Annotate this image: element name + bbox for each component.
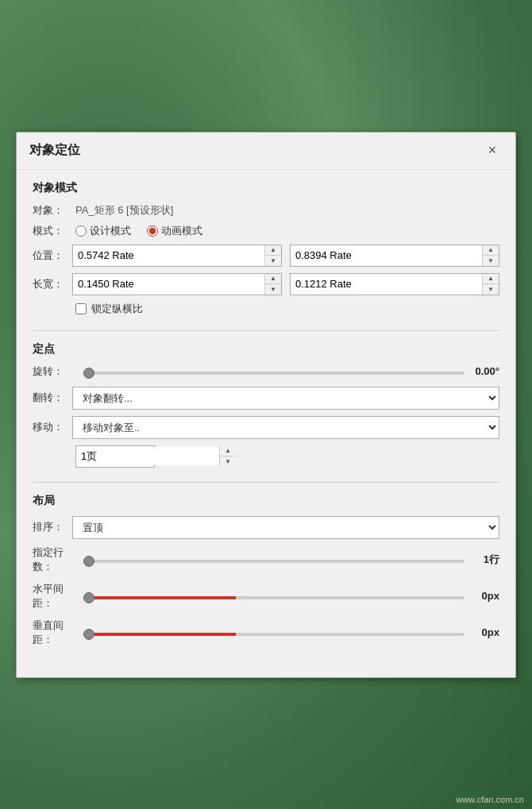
position-spinners: ▲ ▼ ▲ ▼ [72, 245, 499, 267]
page-input[interactable] [76, 447, 219, 465]
order-select-wrap: 置顶 [72, 516, 499, 539]
rotate-slider[interactable] [83, 372, 465, 375]
position-x-arrows: ▲ ▼ [264, 245, 281, 266]
position-x-spinner: ▲ ▼ [72, 245, 282, 267]
rows-value: 1行 [468, 553, 499, 567]
section-object-mode-title: 对象模式 [33, 181, 499, 195]
page-arrows: ▲ ▼ [219, 446, 236, 467]
position-x-up[interactable]: ▲ [265, 245, 281, 256]
move-select-wrap: 移动对象至.. [72, 416, 499, 439]
position-x-down[interactable]: ▼ [265, 256, 281, 266]
divider-2 [33, 482, 499, 483]
vgap-row: 垂直间距： 0px [33, 618, 499, 647]
dialog-content: 对象模式 对象： PA_矩形 6 [预设形状] 模式： 设计模式 动画模式 [17, 170, 515, 677]
rotate-slider-wrap [80, 365, 468, 377]
move-label: 移动： [33, 420, 72, 434]
rows-row: 指定行数： 1行 [33, 545, 499, 574]
section-anchor: 定点 旋转： 0.00° 翻转： 对象翻转... 移动： [33, 342, 499, 468]
animation-mode-text: 动画模式 [161, 224, 202, 238]
object-row: 对象： PA_矩形 6 [预设形状] [33, 203, 499, 218]
position-label: 位置： [33, 248, 72, 263]
size-h-input[interactable] [291, 275, 482, 293]
flip-select-wrap: 对象翻转... [72, 387, 499, 410]
hgap-row: 水平间距： 0px [33, 582, 499, 611]
position-y-spinner: ▲ ▼ [290, 245, 499, 267]
position-row: 位置： ▲ ▼ ▲ ▼ [33, 245, 499, 267]
size-h-up[interactable]: ▲ [483, 274, 499, 284]
size-w-up[interactable]: ▲ [265, 274, 281, 284]
size-row: 长宽： ▲ ▼ ▲ ▼ [33, 273, 499, 295]
position-y-input[interactable] [291, 246, 482, 264]
size-label: 长宽： [33, 277, 72, 291]
size-w-arrows: ▲ ▼ [264, 274, 281, 295]
size-h-down[interactable]: ▼ [483, 284, 499, 295]
section-layout: 布局 排序： 置顶 指定行数： 1行 水平间距： [33, 494, 499, 647]
rows-slider-wrap [80, 553, 468, 565]
page-spinner-wrap: ▲ ▼ [75, 445, 499, 468]
hgap-value: 0px [468, 590, 499, 602]
hgap-slider[interactable] [83, 596, 465, 599]
section-anchor-title: 定点 [33, 342, 499, 356]
vgap-label: 垂直间距： [33, 618, 80, 647]
position-x-input[interactable] [73, 246, 264, 264]
mode-row: 模式： 设计模式 动画模式 [33, 224, 499, 238]
lock-aspect-label[interactable]: 锁定纵横比 [75, 302, 499, 316]
order-row: 排序： 置顶 [33, 516, 499, 539]
animation-mode-radio[interactable] [147, 225, 158, 237]
size-w-input[interactable] [73, 275, 264, 293]
lock-aspect-checkbox[interactable] [75, 303, 87, 314]
close-button[interactable]: × [482, 141, 503, 161]
object-label: 对象： [33, 203, 72, 218]
size-h-arrows: ▲ ▼ [482, 274, 499, 295]
rows-label: 指定行数： [33, 545, 80, 574]
size-h-spinner: ▲ ▼ [290, 273, 499, 295]
size-w-spinner: ▲ ▼ [72, 273, 282, 295]
order-select[interactable]: 置顶 [72, 516, 499, 539]
watermark: www.cfan.com.cn [456, 795, 524, 804]
flip-label: 翻转： [33, 391, 72, 405]
page-down[interactable]: ▼ [220, 457, 236, 467]
divider-1 [33, 330, 499, 331]
flip-row: 翻转： 对象翻转... [33, 387, 499, 410]
dialog-title: 对象定位 [29, 142, 80, 159]
vgap-slider-wrap [80, 626, 468, 638]
hgap-label: 水平间距： [33, 582, 80, 611]
position-y-down[interactable]: ▼ [483, 256, 499, 266]
title-bar: 对象定位 × [17, 133, 515, 170]
design-mode-label[interactable]: 设计模式 [75, 224, 131, 238]
position-y-arrows: ▲ ▼ [482, 245, 499, 266]
move-row: 移动： 移动对象至.. [33, 416, 499, 439]
page-spinner: ▲ ▼ [75, 445, 155, 468]
rotate-value: 0.00° [468, 365, 499, 377]
hgap-slider-wrap [80, 590, 468, 602]
page-up[interactable]: ▲ [220, 446, 236, 457]
vgap-value: 0px [468, 626, 499, 638]
section-layout-title: 布局 [33, 494, 499, 508]
mode-label: 模式： [33, 224, 72, 238]
dialog-window: 对象定位 × 对象模式 对象： PA_矩形 6 [预设形状] 模式： 设计模式 [16, 132, 516, 678]
lock-aspect-text: 锁定纵横比 [91, 302, 143, 316]
size-w-down[interactable]: ▼ [265, 284, 281, 295]
animation-mode-label[interactable]: 动画模式 [147, 224, 202, 238]
mode-radio-group: 设计模式 动画模式 [75, 224, 202, 238]
object-value: PA_矩形 6 [预设形状] [75, 203, 173, 218]
section-object-mode: 对象模式 对象： PA_矩形 6 [预设形状] 模式： 设计模式 动画模式 [33, 181, 499, 316]
size-spinners: ▲ ▼ ▲ ▼ [72, 273, 499, 295]
rotate-label: 旋转： [33, 364, 80, 379]
order-label: 排序： [33, 520, 72, 534]
design-mode-radio[interactable] [75, 225, 87, 237]
rotate-row: 旋转： 0.00° [33, 364, 499, 379]
rows-slider[interactable] [83, 560, 465, 563]
flip-select[interactable]: 对象翻转... [72, 387, 499, 410]
design-mode-text: 设计模式 [90, 224, 131, 238]
move-select[interactable]: 移动对象至.. [72, 416, 499, 439]
position-y-up[interactable]: ▲ [483, 245, 499, 256]
vgap-slider[interactable] [83, 633, 465, 636]
